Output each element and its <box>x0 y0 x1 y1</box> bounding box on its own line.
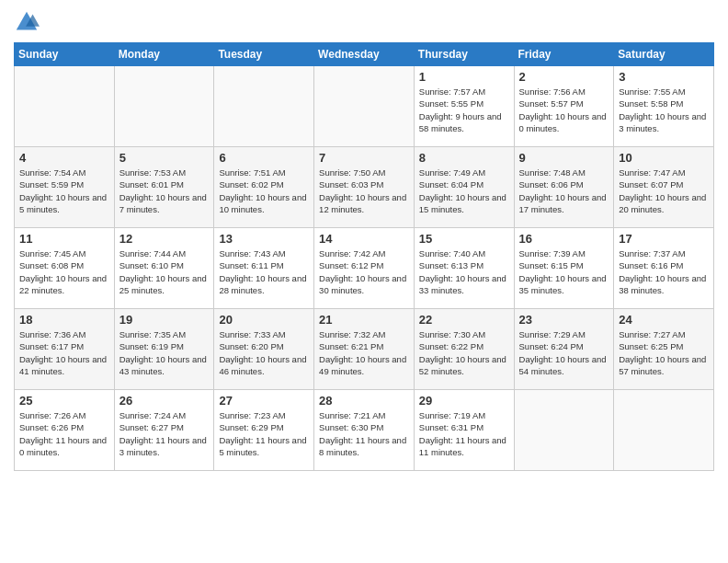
day-info: Sunrise: 7:19 AM Sunset: 6:31 PM Dayligh… <box>419 409 509 458</box>
day-cell: 13Sunrise: 7:43 AM Sunset: 6:11 PM Dayli… <box>214 228 314 309</box>
day-number: 23 <box>519 313 609 327</box>
day-cell <box>314 66 415 147</box>
day-cell: 6Sunrise: 7:51 AM Sunset: 6:02 PM Daylig… <box>214 147 314 228</box>
day-number: 16 <box>519 232 609 246</box>
header-cell-monday: Monday <box>114 43 214 66</box>
day-number: 17 <box>619 232 709 246</box>
header <box>14 9 714 35</box>
calendar-table: SundayMondayTuesdayWednesdayThursdayFrid… <box>14 42 714 471</box>
header-cell-saturday: Saturday <box>614 43 714 66</box>
day-number: 13 <box>219 232 309 246</box>
day-info: Sunrise: 7:56 AM Sunset: 5:57 PM Dayligh… <box>519 86 609 134</box>
day-cell: 2Sunrise: 7:56 AM Sunset: 5:57 PM Daylig… <box>514 66 614 147</box>
header-cell-thursday: Thursday <box>414 43 514 66</box>
day-info: Sunrise: 7:35 AM Sunset: 6:19 PM Dayligh… <box>119 328 210 377</box>
day-cell: 7Sunrise: 7:50 AM Sunset: 6:03 PM Daylig… <box>314 147 415 228</box>
day-cell: 28Sunrise: 7:21 AM Sunset: 6:30 PM Dayli… <box>314 390 415 471</box>
day-number: 29 <box>419 394 509 408</box>
day-cell: 5Sunrise: 7:53 AM Sunset: 6:01 PM Daylig… <box>114 147 214 228</box>
day-info: Sunrise: 7:29 AM Sunset: 6:24 PM Dayligh… <box>519 328 609 377</box>
day-number: 20 <box>219 313 309 327</box>
day-number: 2 <box>519 70 609 84</box>
day-info: Sunrise: 7:33 AM Sunset: 6:20 PM Dayligh… <box>219 328 309 377</box>
day-number: 18 <box>19 313 109 327</box>
week-row-4: 18Sunrise: 7:36 AM Sunset: 6:17 PM Dayli… <box>15 309 714 390</box>
day-info: Sunrise: 7:54 AM Sunset: 5:59 PM Dayligh… <box>19 167 109 215</box>
day-cell <box>15 66 115 147</box>
week-row-2: 4Sunrise: 7:54 AM Sunset: 5:59 PM Daylig… <box>15 147 714 228</box>
day-cell: 24Sunrise: 7:27 AM Sunset: 6:25 PM Dayli… <box>614 309 714 390</box>
day-cell: 22Sunrise: 7:30 AM Sunset: 6:22 PM Dayli… <box>414 309 514 390</box>
day-number: 22 <box>419 313 509 327</box>
day-info: Sunrise: 7:42 AM Sunset: 6:12 PM Dayligh… <box>319 247 409 296</box>
day-number: 10 <box>619 151 709 165</box>
day-info: Sunrise: 7:51 AM Sunset: 6:02 PM Dayligh… <box>219 167 309 215</box>
day-cell: 21Sunrise: 7:32 AM Sunset: 6:21 PM Dayli… <box>314 309 415 390</box>
day-cell: 27Sunrise: 7:23 AM Sunset: 6:29 PM Dayli… <box>214 390 314 471</box>
day-info: Sunrise: 7:53 AM Sunset: 6:01 PM Dayligh… <box>119 167 210 215</box>
day-info: Sunrise: 7:32 AM Sunset: 6:21 PM Dayligh… <box>319 328 409 377</box>
day-cell: 9Sunrise: 7:48 AM Sunset: 6:06 PM Daylig… <box>514 147 614 228</box>
day-number: 15 <box>419 232 509 246</box>
day-cell: 15Sunrise: 7:40 AM Sunset: 6:13 PM Dayli… <box>414 228 514 309</box>
day-info: Sunrise: 7:36 AM Sunset: 6:17 PM Dayligh… <box>19 328 109 377</box>
week-row-3: 11Sunrise: 7:45 AM Sunset: 6:08 PM Dayli… <box>15 228 714 309</box>
day-cell <box>114 66 214 147</box>
day-info: Sunrise: 7:57 AM Sunset: 5:55 PM Dayligh… <box>419 86 509 134</box>
day-info: Sunrise: 7:24 AM Sunset: 6:27 PM Dayligh… <box>119 409 210 458</box>
day-number: 12 <box>119 232 210 246</box>
day-cell: 11Sunrise: 7:45 AM Sunset: 6:08 PM Dayli… <box>15 228 115 309</box>
week-row-5: 25Sunrise: 7:26 AM Sunset: 6:26 PM Dayli… <box>15 390 714 471</box>
day-number: 3 <box>619 70 709 84</box>
header-cell-sunday: Sunday <box>15 43 115 66</box>
day-info: Sunrise: 7:39 AM Sunset: 6:15 PM Dayligh… <box>519 247 609 296</box>
day-cell: 16Sunrise: 7:39 AM Sunset: 6:15 PM Dayli… <box>514 228 614 309</box>
day-number: 19 <box>119 313 210 327</box>
day-number: 27 <box>219 394 309 408</box>
day-number: 26 <box>119 394 210 408</box>
day-cell <box>214 66 314 147</box>
logo-icon <box>14 9 40 35</box>
day-number: 11 <box>19 232 109 246</box>
day-cell: 18Sunrise: 7:36 AM Sunset: 6:17 PM Dayli… <box>15 309 115 390</box>
day-number: 25 <box>19 394 109 408</box>
logo <box>14 9 43 35</box>
day-cell <box>514 390 614 471</box>
header-cell-friday: Friday <box>514 43 614 66</box>
day-cell: 8Sunrise: 7:49 AM Sunset: 6:04 PM Daylig… <box>414 147 514 228</box>
header-cell-wednesday: Wednesday <box>314 43 415 66</box>
day-cell: 23Sunrise: 7:29 AM Sunset: 6:24 PM Dayli… <box>514 309 614 390</box>
day-cell: 20Sunrise: 7:33 AM Sunset: 6:20 PM Dayli… <box>214 309 314 390</box>
day-cell: 1Sunrise: 7:57 AM Sunset: 5:55 PM Daylig… <box>414 66 514 147</box>
day-info: Sunrise: 7:55 AM Sunset: 5:58 PM Dayligh… <box>619 86 709 134</box>
day-cell: 12Sunrise: 7:44 AM Sunset: 6:10 PM Dayli… <box>114 228 214 309</box>
header-cell-tuesday: Tuesday <box>214 43 314 66</box>
day-number: 7 <box>319 151 409 165</box>
day-cell: 29Sunrise: 7:19 AM Sunset: 6:31 PM Dayli… <box>414 390 514 471</box>
day-info: Sunrise: 7:37 AM Sunset: 6:16 PM Dayligh… <box>619 247 709 296</box>
day-cell: 10Sunrise: 7:47 AM Sunset: 6:07 PM Dayli… <box>614 147 714 228</box>
day-info: Sunrise: 7:23 AM Sunset: 6:29 PM Dayligh… <box>219 409 309 458</box>
day-cell <box>614 390 714 471</box>
day-info: Sunrise: 7:21 AM Sunset: 6:30 PM Dayligh… <box>319 409 409 458</box>
header-row: SundayMondayTuesdayWednesdayThursdayFrid… <box>15 43 714 66</box>
day-number: 6 <box>219 151 309 165</box>
day-cell: 19Sunrise: 7:35 AM Sunset: 6:19 PM Dayli… <box>114 309 214 390</box>
day-number: 4 <box>19 151 109 165</box>
day-cell: 4Sunrise: 7:54 AM Sunset: 5:59 PM Daylig… <box>15 147 115 228</box>
day-info: Sunrise: 7:43 AM Sunset: 6:11 PM Dayligh… <box>219 247 309 296</box>
day-info: Sunrise: 7:27 AM Sunset: 6:25 PM Dayligh… <box>619 328 709 377</box>
day-number: 24 <box>619 313 709 327</box>
day-info: Sunrise: 7:30 AM Sunset: 6:22 PM Dayligh… <box>419 328 509 377</box>
day-cell: 25Sunrise: 7:26 AM Sunset: 6:26 PM Dayli… <box>15 390 115 471</box>
day-cell: 3Sunrise: 7:55 AM Sunset: 5:58 PM Daylig… <box>614 66 714 147</box>
day-info: Sunrise: 7:44 AM Sunset: 6:10 PM Dayligh… <box>119 247 210 296</box>
day-number: 8 <box>419 151 509 165</box>
day-info: Sunrise: 7:48 AM Sunset: 6:06 PM Dayligh… <box>519 167 609 215</box>
week-row-1: 1Sunrise: 7:57 AM Sunset: 5:55 PM Daylig… <box>15 66 714 147</box>
day-number: 21 <box>319 313 409 327</box>
day-number: 9 <box>519 151 609 165</box>
day-number: 1 <box>419 70 509 84</box>
day-cell: 14Sunrise: 7:42 AM Sunset: 6:12 PM Dayli… <box>314 228 415 309</box>
day-cell: 26Sunrise: 7:24 AM Sunset: 6:27 PM Dayli… <box>114 390 214 471</box>
